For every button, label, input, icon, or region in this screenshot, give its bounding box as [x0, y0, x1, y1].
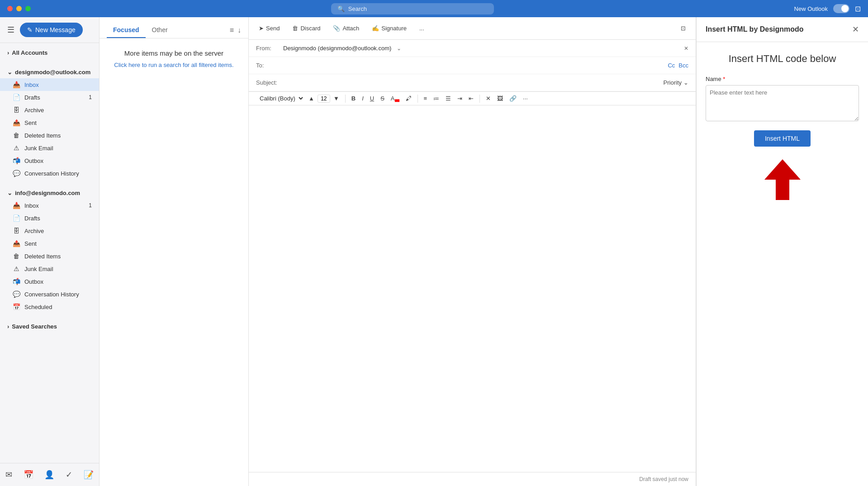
sidebar-item-drafts2[interactable]: 📄 Drafts — [0, 212, 99, 224]
tab-focused[interactable]: Focused — [107, 23, 146, 38]
subject-row: Subject: Priority ⌄ — [249, 74, 696, 91]
sidebar-item-outbox1[interactable]: 📬 Outbox — [0, 154, 99, 167]
sidebar-item-label: Junk Email — [24, 266, 53, 272]
signature-button[interactable]: ✍ Signature — [369, 23, 409, 33]
sidebar-item-sent1[interactable]: 📤 Sent — [0, 116, 99, 129]
send-button[interactable]: ➤ Send — [256, 23, 282, 33]
sidebar-item-sent2[interactable]: 📤 Sent — [0, 237, 99, 250]
font-size-input[interactable] — [318, 95, 330, 103]
junk-icon: ⚠ — [13, 144, 20, 152]
expand-button[interactable]: ⊡ — [678, 23, 688, 33]
bullet-list-button[interactable]: ≡ — [422, 94, 430, 103]
mail-footer-icon[interactable]: ✉ — [3, 467, 15, 482]
new-message-button[interactable]: ✎ New Message — [20, 23, 83, 37]
new-outlook-label: New Outlook — [794, 5, 828, 12]
all-accounts-item[interactable]: › All Accounts — [0, 47, 99, 59]
chevron-down-icon2: ⌄ — [7, 190, 12, 196]
sidebar-item-archive1[interactable]: 🗄 Archive — [0, 104, 99, 116]
arrow-container — [706, 159, 859, 200]
inbox-icon: 📥 — [13, 81, 20, 88]
sort-icon[interactable]: ↓ — [237, 26, 241, 34]
send-label: Send — [266, 25, 280, 32]
priority-button[interactable]: Priority ⌄ — [664, 79, 688, 86]
font-size-down[interactable]: ▼ — [331, 94, 342, 103]
more-format-button[interactable]: ··· — [521, 94, 530, 103]
insert-link-button[interactable]: 🔗 — [507, 94, 519, 103]
contacts-footer-icon[interactable]: 👤 — [42, 467, 57, 482]
font-color-button[interactable]: A▃ — [389, 94, 402, 103]
divider2 — [417, 95, 418, 103]
sidebar-item-convhistory1[interactable]: 💬 Conversation History — [0, 167, 99, 180]
bold-button[interactable]: B — [349, 94, 358, 103]
sidebar-item-junk2[interactable]: ⚠ Junk Email — [0, 262, 99, 275]
highlight-button[interactable]: 🖍 — [403, 94, 414, 103]
sidebar-item-deleted1[interactable]: 🗑 Deleted Items — [0, 129, 99, 142]
outdent-button[interactable]: ⇤ — [466, 94, 476, 103]
from-action-icon[interactable]: ✕ — [684, 45, 688, 52]
cc-button[interactable]: Cc — [668, 62, 675, 69]
sidebar-item-label: Conversation History — [24, 291, 79, 298]
inbox2-badge: 1 — [89, 202, 92, 209]
italic-button[interactable]: I — [360, 94, 366, 103]
sidebar-item-junk1[interactable]: ⚠ Junk Email — [0, 142, 99, 154]
archive2-icon: 🗄 — [13, 227, 20, 234]
close-button[interactable] — [7, 6, 13, 11]
clear-format-button[interactable]: ✕ — [484, 94, 493, 103]
empty-link[interactable]: Click here to run a search for all filte… — [114, 62, 233, 68]
calendar-footer-icon[interactable]: 📅 — [21, 467, 36, 482]
strikethrough-button[interactable]: S — [378, 94, 387, 103]
number-list-button[interactable]: ≔ — [431, 94, 441, 103]
to-input[interactable] — [283, 62, 668, 69]
sidebar-item-label: Deleted Items — [24, 132, 61, 139]
indent-button[interactable]: ⇥ — [455, 94, 465, 103]
from-chevron-icon[interactable]: ⌄ — [397, 45, 401, 52]
font-family-select[interactable]: Calibri (Body) — [256, 94, 304, 103]
account1-header[interactable]: ⌄ designmodo@outlook.com — [0, 66, 99, 78]
saved-searches-label: Saved Searches — [12, 323, 57, 330]
svg-marker-0 — [764, 159, 801, 200]
search-placeholder: Search — [348, 5, 367, 12]
more-options-button[interactable]: ... — [417, 23, 427, 33]
sidebar-item-scheduled[interactable]: 📅 Scheduled — [0, 300, 99, 313]
inbox2-icon: 📥 — [13, 202, 20, 209]
html-textarea[interactable] — [706, 85, 859, 121]
titlebar: 🔍 Search New Outlook ⊡ — [0, 0, 868, 17]
underline-button[interactable]: U — [368, 94, 376, 103]
compose-textarea[interactable] — [256, 113, 688, 465]
notes-footer-icon[interactable]: 📝 — [81, 467, 96, 482]
sidebar-item-inbox1[interactable]: 📥 Inbox — [0, 78, 99, 91]
tab-other[interactable]: Other — [146, 23, 174, 38]
panel-close-button[interactable]: ✕ — [852, 24, 859, 34]
sidebar-item-label: Archive — [24, 228, 44, 234]
hamburger-menu[interactable]: ☰ — [7, 25, 14, 35]
sidebar-item-outbox2[interactable]: 📬 Outbox — [0, 275, 99, 288]
minimize-button[interactable] — [16, 6, 22, 11]
filter-icon[interactable]: ≡ — [230, 26, 234, 34]
attach-button[interactable]: 📎 Attach — [330, 23, 362, 33]
saved-searches-item[interactable]: › Saved Searches — [0, 320, 99, 333]
maximize-button[interactable] — [25, 6, 31, 11]
from-label: From: — [256, 45, 283, 52]
subject-input[interactable] — [283, 79, 664, 86]
search-bar[interactable]: 🔍 Search — [331, 3, 494, 14]
tasks-footer-icon[interactable]: ✓ — [63, 467, 75, 482]
align-button[interactable]: ☰ — [443, 94, 453, 103]
sidebar-item-inbox2[interactable]: 📥 Inbox 1 — [0, 199, 99, 212]
sidebar-item-deleted2[interactable]: 🗑 Deleted Items — [0, 250, 99, 262]
insert-image-button[interactable]: 🖼 — [495, 94, 505, 103]
insert-html-button[interactable]: Insert HTML — [754, 130, 811, 147]
sidebar-item-drafts1[interactable]: 📄 Drafts 1 — [0, 91, 99, 104]
panel-title: Insert HTML by Designmodo — [706, 25, 804, 33]
new-outlook-toggle[interactable] — [833, 4, 849, 13]
sidebar-item-convhistory2[interactable]: 💬 Conversation History — [0, 288, 99, 300]
sidebar-top: ☰ ✎ New Message — [0, 17, 99, 43]
discard-button[interactable]: 🗑 Discard — [289, 23, 323, 33]
bcc-button[interactable]: Bcc — [678, 62, 688, 69]
compose-body[interactable] — [249, 105, 696, 472]
saved-searches-section: › Saved Searches — [0, 317, 99, 336]
account2-header[interactable]: ⌄ info@designmodo.com — [0, 187, 99, 199]
sidebar-item-archive2[interactable]: 🗄 Archive — [0, 224, 99, 237]
font-size-up[interactable]: ▲ — [306, 94, 317, 103]
from-actions: ✕ — [684, 45, 688, 52]
all-accounts-section: › All Accounts — [0, 43, 99, 62]
